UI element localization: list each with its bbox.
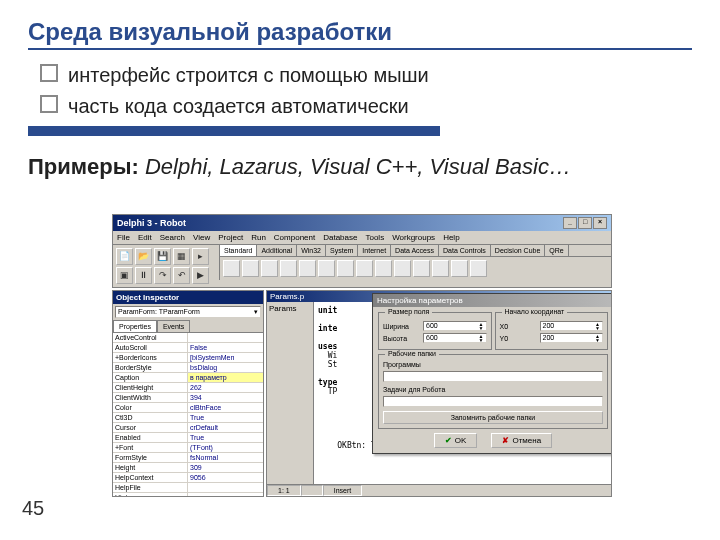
- property-row[interactable]: ClientWidth394: [113, 393, 263, 403]
- property-row[interactable]: +Font(TFont): [113, 443, 263, 453]
- property-value[interactable]: 9056: [188, 473, 263, 482]
- component-icon[interactable]: [356, 260, 373, 277]
- property-row[interactable]: BorderStylebsDialog: [113, 363, 263, 373]
- menu-item[interactable]: View: [193, 233, 210, 242]
- property-row[interactable]: Captionв параметр: [113, 373, 263, 383]
- palette-tab[interactable]: Standard: [220, 245, 257, 256]
- menu-item[interactable]: Help: [443, 233, 459, 242]
- tool-button[interactable]: 📄: [116, 248, 133, 265]
- unit-list[interactable]: Params: [267, 302, 314, 484]
- inspector-tab-events[interactable]: Events: [157, 320, 190, 332]
- property-value[interactable]: crDefault: [188, 423, 263, 432]
- property-grid[interactable]: ActiveControlAutoScrollFalse+BorderIcons…: [113, 332, 263, 496]
- property-row[interactable]: Ctl3DTrue: [113, 413, 263, 423]
- progs-input[interactable]: [383, 371, 603, 382]
- palette-tab[interactable]: Data Controls: [439, 245, 491, 256]
- component-icon[interactable]: [375, 260, 392, 277]
- component-icon[interactable]: [470, 260, 487, 277]
- property-value[interactable]: 394: [188, 393, 263, 402]
- minimize-icon[interactable]: _: [563, 217, 577, 229]
- property-row[interactable]: EnabledTrue: [113, 433, 263, 443]
- component-icon[interactable]: [223, 260, 240, 277]
- tool-button[interactable]: 📂: [135, 248, 152, 265]
- property-row[interactable]: Hint: [113, 493, 263, 496]
- x0-input[interactable]: 200▲▼: [540, 321, 604, 331]
- component-icon[interactable]: [261, 260, 278, 277]
- tool-button[interactable]: ↶: [173, 267, 190, 284]
- menu-item[interactable]: Search: [160, 233, 185, 242]
- palette-tab[interactable]: Win32: [297, 245, 326, 256]
- property-row[interactable]: ActiveControl: [113, 333, 263, 343]
- width-input[interactable]: 600▲▼: [423, 321, 487, 331]
- component-icon[interactable]: [451, 260, 468, 277]
- remember-button[interactable]: Запомнить рабочие папки: [383, 411, 603, 424]
- component-icon[interactable]: [413, 260, 430, 277]
- maximize-icon[interactable]: □: [578, 217, 592, 229]
- palette-tab[interactable]: Decision Cube: [491, 245, 546, 256]
- property-row[interactable]: Height309: [113, 463, 263, 473]
- ok-button[interactable]: ✔OK: [434, 433, 478, 448]
- component-icon[interactable]: [394, 260, 411, 277]
- property-value[interactable]: bsDialog: [188, 363, 263, 372]
- menu-item[interactable]: Component: [274, 233, 315, 242]
- property-value[interactable]: 309: [188, 463, 263, 472]
- palette-tab[interactable]: Data Access: [391, 245, 439, 256]
- property-value[interactable]: [188, 483, 263, 492]
- property-row[interactable]: +BorderIcons[biSystemMen: [113, 353, 263, 363]
- spinner-icon[interactable]: ▲▼: [595, 322, 600, 330]
- palette-tab[interactable]: System: [326, 245, 358, 256]
- component-icon[interactable]: [242, 260, 259, 277]
- component-icon[interactable]: [318, 260, 335, 277]
- tool-button[interactable]: 💾: [154, 248, 171, 265]
- property-value[interactable]: False: [188, 343, 263, 352]
- palette-tab[interactable]: Additional: [257, 245, 297, 256]
- menu-item[interactable]: Workgroups: [392, 233, 435, 242]
- menu-item[interactable]: Run: [251, 233, 266, 242]
- palette-tab[interactable]: QRe: [545, 245, 568, 256]
- close-icon[interactable]: ×: [593, 217, 607, 229]
- tool-button[interactable]: ⏸: [135, 267, 152, 284]
- tool-button[interactable]: ▦: [173, 248, 190, 265]
- property-value[interactable]: в параметр: [188, 373, 263, 382]
- property-row[interactable]: HelpFile: [113, 483, 263, 493]
- spinner-icon[interactable]: ▲▼: [479, 334, 484, 342]
- property-row[interactable]: FormStylefsNormal: [113, 453, 263, 463]
- property-row[interactable]: HelpContext9056: [113, 473, 263, 483]
- spinner-icon[interactable]: ▲▼: [479, 322, 484, 330]
- property-value[interactable]: [188, 333, 263, 342]
- spinner-icon[interactable]: ▲▼: [595, 334, 600, 342]
- property-value[interactable]: [biSystemMen: [188, 353, 263, 362]
- cancel-button[interactable]: ✘Отмена: [491, 433, 552, 448]
- palette-tab[interactable]: Internet: [358, 245, 391, 256]
- property-value[interactable]: (TFont): [188, 443, 263, 452]
- property-value[interactable]: 262: [188, 383, 263, 392]
- component-icon[interactable]: [432, 260, 449, 277]
- property-row[interactable]: CursorcrDefault: [113, 423, 263, 433]
- property-value[interactable]: True: [188, 433, 263, 442]
- menu-bar[interactable]: File Edit Search View Project Run Compon…: [113, 231, 611, 245]
- property-value[interactable]: clBtnFace: [188, 403, 263, 412]
- menu-item[interactable]: File: [117, 233, 130, 242]
- menu-item[interactable]: Project: [218, 233, 243, 242]
- tool-button[interactable]: ▶: [192, 267, 209, 284]
- inspector-tab-properties[interactable]: Properties: [113, 320, 157, 332]
- tasks-input[interactable]: [383, 396, 603, 407]
- y0-input[interactable]: 200▲▼: [540, 333, 604, 343]
- component-icon[interactable]: [337, 260, 354, 277]
- property-row[interactable]: AutoScrollFalse: [113, 343, 263, 353]
- property-row[interactable]: ColorclBtnFace: [113, 403, 263, 413]
- tool-button[interactable]: ↷: [154, 267, 171, 284]
- height-input[interactable]: 600▲▼: [423, 333, 487, 343]
- property-value[interactable]: [188, 493, 263, 496]
- component-icon[interactable]: [280, 260, 297, 277]
- property-value[interactable]: True: [188, 413, 263, 422]
- component-icon[interactable]: [299, 260, 316, 277]
- tool-button[interactable]: ▣: [116, 267, 133, 284]
- tool-button[interactable]: ▸: [192, 248, 209, 265]
- inspector-combo[interactable]: ParamForm: TParamForm▾: [115, 306, 261, 318]
- property-value[interactable]: fsNormal: [188, 453, 263, 462]
- property-row[interactable]: ClientHeight262: [113, 383, 263, 393]
- menu-item[interactable]: Database: [323, 233, 357, 242]
- menu-item[interactable]: Tools: [365, 233, 384, 242]
- menu-item[interactable]: Edit: [138, 233, 152, 242]
